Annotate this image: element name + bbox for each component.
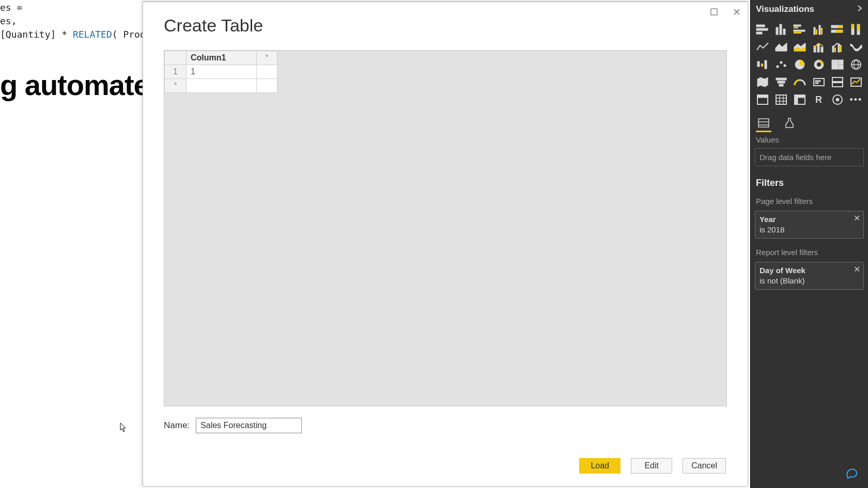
scatter-chart-icon[interactable]: [772, 57, 790, 72]
svg-rect-6: [783, 29, 785, 35]
table-row: 1 1: [165, 65, 277, 79]
ask-a-question-icon[interactable]: [845, 467, 859, 482]
values-drop-zone[interactable]: Drag data fields here: [755, 148, 864, 166]
stacked-column-chart-icon[interactable]: [772, 22, 790, 37]
waterfall-chart-icon[interactable]: [754, 57, 771, 72]
data-cell[interactable]: 1: [187, 65, 257, 79]
filter-condition: is not (Blank): [760, 276, 849, 286]
line-stacked-column-chart-icon[interactable]: [810, 39, 828, 55]
svg-rect-40: [839, 60, 843, 65]
multi-row-card-icon[interactable]: [829, 74, 846, 90]
empty-cell[interactable]: [257, 79, 277, 93]
donut-chart-icon[interactable]: [810, 57, 828, 72]
svg-rect-22: [857, 24, 860, 30]
svg-rect-18: [835, 30, 843, 33]
svg-rect-44: [778, 81, 785, 83]
svg-rect-5: [780, 24, 782, 35]
clustered-column-chart-icon[interactable]: [810, 22, 828, 37]
svg-text:R: R: [815, 95, 822, 105]
hundred-percent-bar-chart-icon[interactable]: [829, 22, 846, 37]
report-level-filters-label: Report level filters: [751, 243, 868, 259]
matrix-visual-icon[interactable]: [791, 92, 809, 107]
dialog-body: Create Table Column1 * 1 1 *: [143, 2, 748, 486]
svg-rect-1: [756, 25, 765, 27]
remove-filter-icon[interactable]: ✕: [854, 264, 860, 275]
add-column-button[interactable]: *: [257, 51, 277, 65]
code-line-3a: [Quantity] *: [0, 29, 73, 40]
stacked-bar-chart-icon[interactable]: [754, 22, 771, 37]
remove-filter-icon[interactable]: ✕: [854, 213, 860, 224]
expand-panel-icon[interactable]: [857, 4, 863, 14]
corner-cell: [165, 51, 187, 65]
svg-rect-10: [794, 32, 801, 34]
svg-rect-48: [815, 83, 818, 84]
code-line-2: es,: [0, 15, 17, 26]
kpi-visual-icon[interactable]: [847, 74, 865, 90]
svg-rect-3: [756, 32, 762, 34]
table-visual-icon[interactable]: [772, 92, 790, 107]
close-button[interactable]: [729, 5, 745, 19]
ribbon-chart-icon[interactable]: [847, 39, 865, 55]
pie-chart-icon[interactable]: [791, 57, 809, 72]
enter-data-grid[interactable]: Column1 * 1 1 *: [164, 50, 727, 406]
add-row-button[interactable]: *: [165, 79, 187, 93]
add-row: *: [165, 79, 277, 93]
column-header[interactable]: Column1: [187, 51, 257, 65]
visualizations-panel: Visualizations: [750, 0, 868, 488]
svg-rect-14: [821, 28, 823, 35]
values-label: Values: [751, 130, 868, 146]
svg-rect-12: [816, 29, 817, 35]
svg-rect-7: [794, 25, 801, 26]
more-visuals-icon[interactable]: •••: [847, 92, 865, 107]
svg-rect-50: [832, 83, 843, 87]
area-chart-icon[interactable]: [772, 39, 790, 55]
svg-rect-49: [832, 77, 843, 82]
svg-rect-32: [765, 60, 767, 69]
background-heading: g automated: [0, 68, 145, 102]
empty-cell[interactable]: [187, 79, 257, 93]
svg-point-33: [777, 66, 779, 68]
svg-rect-2: [756, 28, 768, 30]
svg-rect-9: [794, 30, 805, 32]
svg-rect-29: [840, 46, 842, 52]
svg-rect-54: [776, 95, 786, 104]
card-visual-icon[interactable]: [810, 74, 828, 90]
line-chart-icon[interactable]: [754, 39, 771, 55]
table-header-row: Column1 *: [165, 51, 277, 65]
code-line-1: es =: [0, 2, 22, 13]
arcgis-map-icon[interactable]: [829, 92, 846, 107]
fields-tab[interactable]: [756, 116, 771, 130]
stacked-area-chart-icon[interactable]: [791, 39, 809, 55]
filter-card-day-of-week[interactable]: Day of Week is not (Blank) ✕: [755, 262, 864, 290]
page-level-filters-label: Page level filters: [751, 192, 868, 208]
cancel-button[interactable]: Cancel: [683, 458, 726, 474]
clustered-bar-chart-icon[interactable]: [791, 22, 809, 37]
slicer-visual-icon[interactable]: [754, 92, 771, 107]
gauge-chart-icon[interactable]: [791, 74, 809, 90]
r-script-visual-icon[interactable]: R: [810, 92, 828, 107]
code-line-3b: ( Products[: [112, 29, 145, 40]
format-tab[interactable]: [782, 116, 797, 130]
empty-cell[interactable]: [257, 65, 277, 79]
map-chart-icon[interactable]: [847, 57, 865, 72]
svg-point-34: [780, 61, 782, 64]
filters-heading: Filters: [751, 171, 868, 192]
maximize-button[interactable]: [706, 5, 722, 19]
svg-rect-61: [758, 119, 769, 127]
svg-point-38: [817, 62, 821, 67]
table-name-input[interactable]: [196, 418, 302, 433]
treemap-chart-icon[interactable]: [829, 57, 846, 72]
table-name-row: Name:: [164, 418, 727, 433]
visualization-type-gallery: R •••: [751, 20, 868, 113]
svg-rect-39: [832, 60, 838, 69]
svg-rect-0: [711, 9, 717, 15]
hundred-percent-column-chart-icon[interactable]: [847, 22, 865, 37]
format-tabs: [751, 113, 868, 130]
funnel-chart-icon[interactable]: [772, 74, 790, 90]
load-button[interactable]: Load: [579, 458, 621, 474]
svg-rect-46: [814, 78, 824, 86]
line-clustered-column-chart-icon[interactable]: [829, 39, 846, 55]
filled-map-chart-icon[interactable]: [754, 74, 771, 90]
filter-card-year[interactable]: Year is 2018 ✕: [755, 211, 864, 239]
edit-button[interactable]: Edit: [631, 458, 672, 474]
